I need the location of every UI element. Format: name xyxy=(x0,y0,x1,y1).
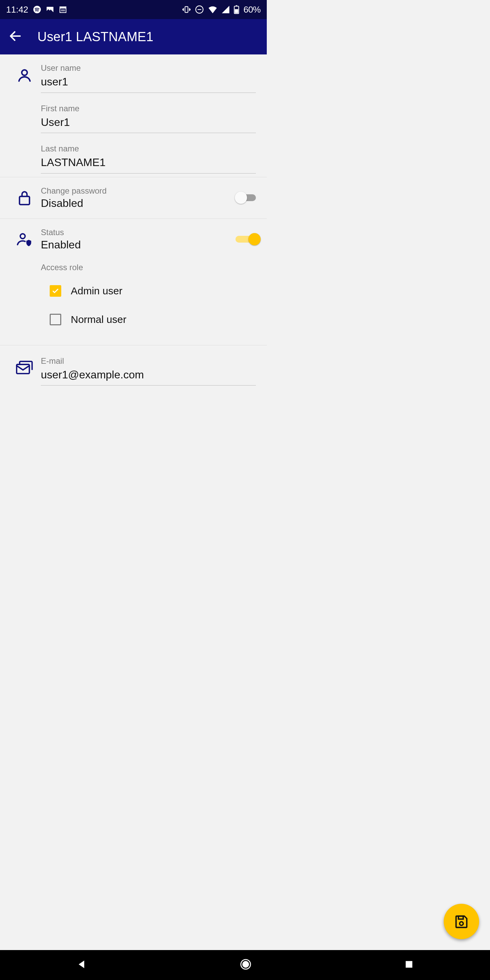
username-input[interactable] xyxy=(41,75,256,92)
back-button[interactable] xyxy=(8,29,22,45)
svg-rect-6 xyxy=(185,6,188,12)
svg-rect-3 xyxy=(60,7,66,8)
email-input[interactable] xyxy=(41,368,256,385)
battery-icon xyxy=(234,5,239,14)
status-bar: 11:42 60% xyxy=(0,0,267,19)
checkbox-checked-icon xyxy=(50,285,61,297)
username-label: User name xyxy=(41,63,256,73)
wifi-icon xyxy=(208,6,218,13)
identity-section: User name First name Last name xyxy=(0,54,267,177)
svg-rect-13 xyxy=(19,197,29,205)
svg-rect-10 xyxy=(236,5,237,6)
spotify-icon xyxy=(33,5,41,14)
email-field[interactable]: E-mail xyxy=(41,353,256,386)
lock-icon xyxy=(17,189,32,206)
email-label: E-mail xyxy=(41,356,256,366)
access-role-label: Access role xyxy=(41,263,259,272)
photos-icon xyxy=(46,5,54,14)
firstname-label: First name xyxy=(41,104,256,113)
lastname-label: Last name xyxy=(41,144,256,153)
svg-point-12 xyxy=(22,70,27,75)
calendar-icon xyxy=(59,5,67,14)
back-arrow-icon xyxy=(8,29,22,43)
access-option-label: Normal user xyxy=(71,314,126,325)
mail-icon xyxy=(16,360,33,375)
email-section: E-mail xyxy=(0,345,267,389)
checkbox-unchecked-icon xyxy=(50,314,61,325)
battery-text: 60% xyxy=(243,5,261,15)
lastname-input[interactable] xyxy=(41,156,256,172)
firstname-input[interactable] xyxy=(41,115,256,132)
status-access-section: Status Enabled Access role Admin user xyxy=(0,219,267,345)
content-area: User name First name Last name Change xyxy=(0,54,267,389)
password-toggle[interactable] xyxy=(235,191,259,204)
password-value: Disabled xyxy=(41,197,235,210)
svg-rect-15 xyxy=(17,364,30,374)
access-option-normal[interactable]: Normal user xyxy=(41,308,259,337)
username-field[interactable]: User name xyxy=(41,60,256,93)
lastname-field[interactable]: Last name xyxy=(41,140,256,173)
password-label: Change password xyxy=(41,186,235,196)
access-option-admin[interactable]: Admin user xyxy=(41,280,259,308)
app-bar: User1 LASTNAME1 xyxy=(0,19,267,54)
vibrate-icon xyxy=(182,5,191,14)
person-shield-icon xyxy=(16,231,33,247)
signal-icon xyxy=(221,6,230,13)
svg-rect-11 xyxy=(235,9,239,13)
status-time: 11:42 xyxy=(6,5,28,15)
status-value: Enabled xyxy=(41,239,235,251)
status-toggle[interactable] xyxy=(235,233,259,246)
access-option-label: Admin user xyxy=(71,285,123,297)
person-icon xyxy=(17,67,32,83)
page-title: User1 LASTNAME1 xyxy=(37,30,153,44)
status-label: Status xyxy=(41,228,235,237)
password-section: Change password Disabled xyxy=(0,177,267,219)
svg-point-14 xyxy=(21,234,25,239)
firstname-field[interactable]: First name xyxy=(41,100,256,134)
dnd-icon xyxy=(195,5,204,14)
